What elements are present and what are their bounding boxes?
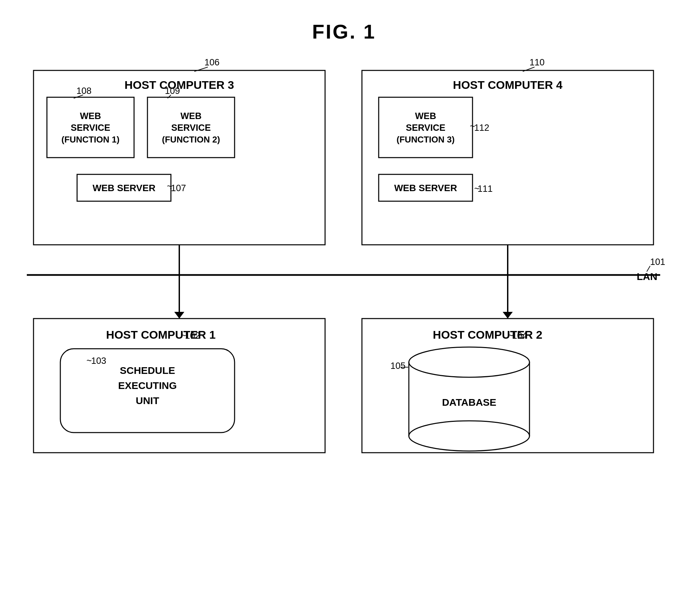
ws-server-hc3-label: WEB SERVER [92, 183, 156, 193]
ws-function1-text3: (FUNCTION 1) [61, 134, 119, 145]
ref-109: 109 [165, 86, 180, 96]
arrow-hc1 [174, 312, 184, 318]
ref-107: 107 [171, 183, 186, 193]
ref-103: 103 [91, 356, 106, 366]
schedule-text3: UNIT [136, 395, 159, 406]
hc4-label: HOST COMPUTER 4 [453, 79, 563, 91]
ws-function1-text2: SERVICE [71, 123, 110, 133]
lan-label: LAN [637, 271, 658, 282]
ref-110: 110 [529, 57, 545, 67]
ref-108: 108 [76, 86, 91, 96]
ref-112-tilde: ~ [470, 122, 475, 131]
ref-111: 111 [478, 184, 492, 194]
arrow-hc2 [503, 312, 513, 318]
ws-function2-text: WEB [181, 111, 202, 121]
ref-107-tilde: ~ [167, 181, 172, 192]
ws-function2-text2: SERVICE [171, 123, 211, 133]
schedule-text1: SCHEDULE [120, 365, 175, 376]
schedule-text2: EXECUTING [118, 380, 177, 391]
ref-105: 105 [390, 361, 406, 371]
ref-104: 104 [512, 331, 527, 341]
ws-server-hc4-label: WEB SERVER [394, 183, 457, 193]
ref-112: 112 [474, 123, 489, 133]
db-label: DATABASE [442, 397, 496, 408]
ws-function1-text: WEB [80, 111, 101, 121]
db-bottom-ellipse [409, 421, 529, 451]
ws-function3-text3: (FUNCTION 3) [396, 134, 454, 145]
db-top-ellipse [409, 347, 529, 377]
ref-102: 102 [185, 331, 200, 341]
ws-function3-text2: SERVICE [406, 123, 445, 133]
ws-function2-text3: (FUNCTION 2) [162, 134, 220, 145]
diagram: HOST COMPUTER 3 106 WEB SERVICE (FUNCTIO… [0, 0, 688, 616]
ws-function3-text1: WEB [415, 111, 436, 121]
ref-106: 106 [204, 57, 220, 67]
ref-101: 101 [650, 257, 665, 267]
